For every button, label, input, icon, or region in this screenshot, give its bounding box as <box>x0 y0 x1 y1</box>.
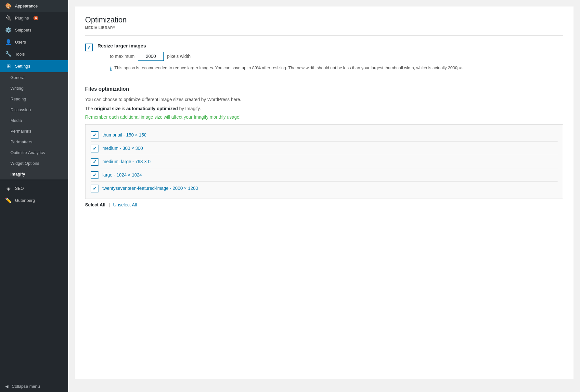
select-all-label[interactable]: Select All <box>85 202 106 207</box>
files-warning: Remember each additional image size will… <box>85 114 563 120</box>
resize-checkmark-icon: ✓ <box>87 45 91 50</box>
tools-icon: 🔧 <box>5 51 12 57</box>
gutenberg-icon: ✏️ <box>5 197 12 203</box>
sidebar: 🎨 Appearance 🔌 Plugins 4 ⚙️ Snippets 👤 U… <box>0 0 68 392</box>
submenu-permalinks[interactable]: Permalinks <box>0 126 68 137</box>
select-divider: | <box>109 202 110 207</box>
sidebar-item-appearance[interactable]: 🎨 Appearance <box>0 0 68 12</box>
settings-icon: ⊞ <box>5 63 12 69</box>
submenu-discussion[interactable]: Discussion <box>0 104 68 115</box>
desc2-suffix: by Imagify. <box>178 106 201 111</box>
checkbox-thumbnail[interactable]: ✓ <box>91 131 98 139</box>
main-content: Optimization MEDIA LIBRARY ✓ Resize larg… <box>68 0 580 392</box>
submenu-writing[interactable]: Writing <box>0 83 68 94</box>
resize-row: to maximum pixels width <box>110 52 463 61</box>
snippets-icon: ⚙️ <box>5 27 12 33</box>
to-maximum-label: to maximum <box>110 54 135 59</box>
resize-checkbox[interactable]: ✓ <box>85 44 93 51</box>
checklist-box[interactable]: ✓ thumbnail - 150 × 150 ✓ medium - 300 ×… <box>85 124 563 199</box>
page-subtitle: MEDIA LIBRARY <box>85 26 563 30</box>
auto-optimized-bold: automatically optimized <box>126 106 178 111</box>
resize-section: ✓ Resize larger images to maximum pixels… <box>85 43 563 73</box>
checkbox-twentyseventeen[interactable]: ✓ <box>91 185 98 192</box>
files-desc2: The original size is automatically optim… <box>85 105 563 112</box>
sidebar-item-gutenberg[interactable]: ✏️ Gutenberg <box>0 194 68 206</box>
submenu-general[interactable]: General <box>0 72 68 83</box>
checkmark-thumbnail-icon: ✓ <box>93 132 97 138</box>
submenu-media[interactable]: Media <box>0 115 68 126</box>
checkmark-twentyseventeen-icon: ✓ <box>93 186 97 191</box>
sidebar-item-snippets[interactable]: ⚙️ Snippets <box>0 24 68 36</box>
check-label-thumbnail: thumbnail - 150 × 150 <box>102 132 147 137</box>
checkbox-large[interactable]: ✓ <box>91 171 98 179</box>
check-item-medium: ✓ medium - 300 × 300 <box>91 142 558 155</box>
users-icon: 👤 <box>5 39 12 45</box>
check-item-twentyseventeen: ✓ twentyseventeen-featured-image - 2000 … <box>91 182 558 195</box>
desc2-middle: is <box>121 106 126 111</box>
header-divider <box>85 35 563 36</box>
pixels-width-label: pixels width <box>167 54 190 59</box>
plugins-icon: 🔌 <box>5 15 12 21</box>
submenu-optimize-analytics[interactable]: Optimize Analytics <box>0 147 68 158</box>
check-label-twentyseventeen: twentyseventeen-featured-image - 2000 × … <box>102 186 198 191</box>
checkmark-medium-icon: ✓ <box>93 146 97 151</box>
original-size-bold: original size <box>94 106 121 111</box>
settings-arrow-icon: ◀ <box>60 64 63 69</box>
files-section-heading: Files optimization <box>85 86 563 92</box>
collapse-icon: ◀ <box>5 384 8 389</box>
settings-submenu: General Writing Reading Discussion Media… <box>0 72 68 179</box>
check-item-medium-large: ✓ medium_large - 768 × 0 <box>91 155 558 168</box>
sidebar-item-tools[interactable]: 🔧 Tools <box>0 48 68 60</box>
sidebar-divider <box>0 181 68 181</box>
checkbox-medium[interactable]: ✓ <box>91 145 98 152</box>
desc2-prefix: The <box>85 106 94 111</box>
page-title: Optimization <box>85 16 563 24</box>
content-wrap: Optimization MEDIA LIBRARY ✓ Resize larg… <box>75 7 574 379</box>
seo-icon: ◈ <box>5 185 12 191</box>
submenu-perfmatters[interactable]: Perfmatters <box>0 137 68 147</box>
select-row: Select All | Unselect All <box>85 202 563 207</box>
resize-info: ℹ This option is recommended to reduce l… <box>110 65 463 73</box>
info-icon: ℹ <box>110 65 112 73</box>
check-item-large: ✓ large - 1024 × 1024 <box>91 168 558 182</box>
sidebar-item-plugins[interactable]: 🔌 Plugins 4 <box>0 12 68 24</box>
sidebar-item-users[interactable]: 👤 Users <box>0 36 68 48</box>
files-desc1: You can choose to optimize different ima… <box>85 96 563 103</box>
submenu-widget-options[interactable]: Widget Options <box>0 158 68 169</box>
files-section: Files optimization You can choose to opt… <box>85 86 563 207</box>
checkbox-medium-large[interactable]: ✓ <box>91 158 98 166</box>
sidebar-item-settings[interactable]: ⊞ Settings ◀ <box>0 60 68 72</box>
resize-input[interactable] <box>138 52 164 61</box>
checkmark-large-icon: ✓ <box>93 172 97 178</box>
check-item-thumbnail: ✓ thumbnail - 150 × 150 <box>91 128 558 142</box>
check-label-large: large - 1024 × 1024 <box>102 172 142 177</box>
check-label-medium: medium - 300 × 300 <box>102 146 143 151</box>
submenu-imagify[interactable]: Imagify <box>0 169 68 179</box>
submenu-reading[interactable]: Reading <box>0 94 68 104</box>
checkmark-medium-large-icon: ✓ <box>93 159 97 165</box>
collapse-menu[interactable]: ◀ Collapse menu <box>0 381 68 392</box>
unselect-all-link[interactable]: Unselect All <box>113 202 137 207</box>
sidebar-item-seo[interactable]: ◈ SEO <box>0 182 68 194</box>
resize-label: Resize larger images <box>97 43 463 48</box>
check-label-medium-large: medium_large - 768 × 0 <box>102 159 150 164</box>
section-divider-2 <box>85 79 563 79</box>
appearance-icon: 🎨 <box>5 3 12 9</box>
